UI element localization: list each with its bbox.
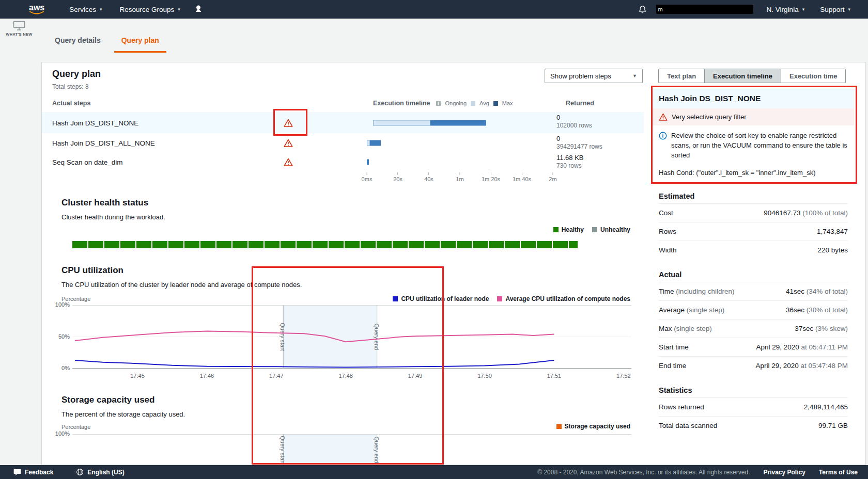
step-warning-text: Very selective query filter (672, 113, 747, 121)
info-icon (659, 132, 667, 140)
timeline-axis-tick: 1m 20s (482, 172, 500, 182)
returned-cell: 11.68 KB 730 rows (556, 154, 584, 169)
avg-swatch-icon (471, 101, 475, 106)
cpu-chart-legend: CPU utilization of leader node Average C… (393, 295, 630, 302)
returned-rows: 394291477 rows (556, 143, 602, 150)
feedback-label: Feedback (25, 469, 53, 476)
cpu-utilization-subtitle: The CPU utilization of the cluster by le… (61, 281, 302, 289)
execution-time-button[interactable]: Execution time (781, 69, 846, 83)
nav-services-menu[interactable]: Services ▾ (69, 6, 102, 13)
language-selector[interactable]: English (US) (76, 468, 124, 476)
detail-row-value: 1,743,847 (817, 228, 848, 235)
support-menu[interactable]: Support ▾ (820, 6, 850, 13)
step-recommendation: Review the choice of sort key to enable … (653, 125, 854, 163)
step-detail-sections: EstimatedCost9046167.73 (100% of total)R… (653, 192, 854, 435)
detail-section-title: Estimated (659, 192, 848, 200)
cpu-x-axis: 17:4517:4617:4717:4817:4917:5017:5117:52 (42, 373, 662, 381)
hash-condition-text: Hash Cond: ("outer".i_item_sk = "inner".… (653, 163, 854, 177)
nav-resource-groups-label: Resource Groups (120, 6, 175, 13)
detail-row-value: 2,489,114,465 (804, 403, 848, 411)
table-row-hash-join-ds-dist-none[interactable]: Hash Join DS_DIST_NONE 0 102000 rows (42, 112, 644, 133)
timeline-axis-tick: 2m (549, 172, 556, 182)
nav-resource-groups-menu[interactable]: Resource Groups ▾ (120, 6, 180, 13)
detail-row-value: April 29, 2020 at 05:47:11 PM (756, 343, 848, 351)
detail-row: Rows returned2,489,114,465 (659, 397, 848, 416)
cpu-utilization-chart: Query startQuery end (72, 305, 631, 369)
cpu-utilization-title: CPU utilization (61, 265, 123, 276)
detail-row: Rows1,743,847 (659, 222, 848, 241)
column-execution-timeline: Execution timeline (373, 100, 430, 107)
svg-text:Query start: Query start (280, 436, 286, 464)
aws-logo[interactable]: aws (29, 4, 44, 15)
terms-of-use-link[interactable]: Terms of Use (819, 469, 858, 476)
cpu-x-tick-label: 17:49 (408, 373, 423, 379)
cpu-y-tick-0: 0% (43, 365, 70, 371)
timeline-bar-max (430, 120, 486, 125)
notifications-bell-icon[interactable] (638, 5, 647, 14)
detail-row: Average (single step)36sec (30% of total… (659, 300, 848, 319)
language-label: English (US) (87, 469, 124, 476)
leader-node-label: CPU utilization of leader node (401, 295, 489, 302)
nav-services-label: Services (69, 6, 96, 13)
storage-y-axis-label: Percentage (61, 424, 90, 430)
detail-row: Max (single step)37sec (3% skew) (659, 319, 848, 338)
cpu-y-tick-50: 50% (43, 333, 70, 340)
warning-icon (284, 139, 293, 147)
storage-capacity-subtitle: The percent of the storage capacity used… (61, 410, 185, 418)
warning-icon (284, 158, 293, 166)
nav-right-cluster: m N. Virginia ▾ Support ▾ (638, 5, 850, 14)
tab-query-plan[interactable]: Query plan (114, 31, 166, 53)
detail-row: Start timeApril 29, 2020 at 05:47:11 PM (659, 338, 848, 356)
storage-capacity-chart: Query startQuery end (72, 434, 631, 465)
table-row-hash-join-ds-dist-all-none[interactable]: Hash Join DS_DIST_ALL_NONE 0 394291477 r… (42, 133, 644, 152)
compute-nodes-swatch-icon (497, 296, 502, 301)
cpu-y-tick-100: 100% (43, 301, 70, 308)
unhealthy-label: Unhealthy (600, 226, 630, 233)
show-problem-steps-value: Show problem steps (550, 72, 611, 80)
detail-row-label: Width (659, 246, 677, 254)
account-menu-redacted[interactable]: m (656, 5, 753, 14)
storage-capacity-title: Storage capacity used (61, 395, 154, 405)
storage-chart-legend: Storage capacity used (556, 423, 630, 430)
legend-item-compute-nodes: Average CPU utilization of compute nodes (497, 295, 630, 302)
table-row-seq-scan-date-dim[interactable]: Seq Scan on date_dim 11.68 KB 730 rows (42, 152, 644, 171)
cpu-x-tick-label: 17:51 (547, 373, 562, 379)
region-label: N. Virginia (767, 6, 799, 13)
cpu-x-tick-label: 17:52 (616, 373, 631, 379)
detail-row-label: Rows returned (659, 403, 704, 411)
legend-avg-label: Avg (479, 100, 489, 106)
detail-row-value: 99.71 GB (818, 422, 848, 429)
legend-item-leader-node: CPU utilization of leader node (393, 295, 489, 302)
copyright-text: © 2008 - 2020, Amazon Web Services, Inc.… (537, 469, 750, 476)
text-plan-button[interactable]: Text plan (658, 69, 705, 83)
pin-icon[interactable] (195, 5, 202, 13)
step-detail-title: Hash Join DS_DIST_NONE (653, 89, 854, 108)
cpu-x-tick-label: 17:46 (200, 373, 214, 379)
svg-text:Query start: Query start (280, 323, 286, 350)
region-selector[interactable]: N. Virginia ▾ (767, 6, 805, 13)
console-footer: Feedback English (US) © 2008 - 2020, Ama… (0, 465, 868, 479)
whats-new-shortcut[interactable]: WHAT'S NEW (4, 21, 34, 37)
bell-icon (638, 5, 647, 14)
show-problem-steps-select[interactable]: Show problem steps ▼ (545, 69, 643, 83)
detail-row-value: April 29, 2020 at 05:47:48 PM (755, 362, 848, 370)
privacy-policy-link[interactable]: Privacy Policy (763, 469, 805, 476)
whats-new-icon (13, 21, 25, 31)
legend-max-label: Max (502, 100, 513, 106)
detail-row: Width220 bytes (659, 241, 848, 259)
returned-cell: 0 102000 rows (556, 114, 592, 129)
total-steps-text: Total steps: 8 (52, 83, 89, 90)
detail-row-label: Total data scanned (659, 422, 717, 429)
detail-row-value: 36sec (30% of total) (786, 306, 848, 314)
detail-row-value: 9046167.73 (100% of total) (764, 209, 848, 217)
timeline-bar-avg (373, 120, 430, 125)
detail-row-value: 37sec (3% skew) (795, 325, 848, 332)
execution-timeline-button[interactable]: Execution timeline (704, 69, 781, 83)
cpu-x-tick-label: 17:45 (130, 373, 145, 379)
detail-row: End timeApril 29, 2020 at 05:47:48 PM (659, 356, 848, 375)
tab-query-details[interactable]: Query details (48, 31, 108, 53)
compute-nodes-label: Average CPU utilization of compute nodes (505, 295, 630, 302)
whats-new-label: WHAT'S NEW (6, 32, 32, 37)
cluster-health-legend: Healthy Unhealthy (553, 226, 630, 233)
feedback-button[interactable]: Feedback (13, 469, 53, 476)
